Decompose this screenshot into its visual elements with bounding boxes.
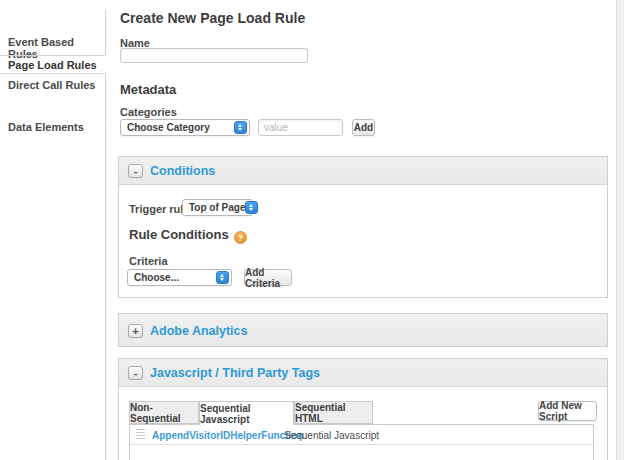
sidebar-divider xyxy=(105,73,106,460)
drag-handle-icon[interactable] xyxy=(136,429,145,441)
categories-label: Categories xyxy=(120,106,177,118)
tab-non-sequential[interactable]: Non-Sequential xyxy=(129,401,199,424)
script-row[interactable]: AppendVisitorIDHelperFunction Sequential… xyxy=(130,425,593,445)
sidebar-item-direct-call-rules[interactable]: Direct Call Rules xyxy=(8,79,100,91)
metadata-heading: Metadata xyxy=(120,82,176,97)
category-select-value: Choose Category xyxy=(127,122,210,133)
rule-conditions-text: Rule Conditions xyxy=(129,227,229,242)
trigger-rule-select[interactable]: Top of Page xyxy=(182,199,253,216)
category-value-input[interactable] xyxy=(258,119,343,136)
tab-sequential-javascript[interactable]: Sequential Javascript xyxy=(199,401,294,425)
trigger-rule-select-value: Top of Page xyxy=(189,202,245,213)
javascript-panel-header: - Javascript / Third Party Tags xyxy=(119,359,607,387)
select-stepper-icon xyxy=(216,271,229,284)
sidebar-item-divider xyxy=(0,73,106,74)
select-stepper-icon xyxy=(245,201,258,214)
sidebar-item-page-load-rules[interactable]: Page Load Rules xyxy=(8,59,100,71)
select-stepper-icon xyxy=(234,121,247,134)
adobe-analytics-panel: + Adobe Analytics xyxy=(118,313,608,347)
vertical-scrollbar[interactable] xyxy=(616,0,624,460)
category-select[interactable]: Choose Category xyxy=(120,119,250,136)
criteria-label: Criteria xyxy=(129,255,168,267)
conditions-panel-header: - Conditions xyxy=(119,157,607,185)
script-list: AppendVisitorIDHelperFunction Sequential… xyxy=(129,424,594,460)
sidebar-divider xyxy=(105,10,106,55)
add-new-script-button[interactable]: Add New Script xyxy=(538,401,597,421)
add-criteria-button[interactable]: Add Criteria xyxy=(244,269,292,286)
criteria-select[interactable]: Choose... xyxy=(127,269,232,286)
rule-conditions-heading: Rule Conditions? xyxy=(129,227,247,244)
sidebar-item-data-elements[interactable]: Data Elements xyxy=(8,121,100,133)
script-type-label: Sequential Javascript xyxy=(284,430,379,441)
page-title: Create New Page Load Rule xyxy=(120,10,305,26)
adobe-analytics-panel-title: Adobe Analytics xyxy=(150,324,247,338)
collapse-icon[interactable]: - xyxy=(128,366,143,380)
javascript-panel: - Javascript / Third Party Tags Non-Sequ… xyxy=(118,358,608,460)
page: Event Based Rules Page Load Rules Direct… xyxy=(0,0,624,460)
add-category-button[interactable]: Add xyxy=(352,119,375,136)
javascript-panel-title: Javascript / Third Party Tags xyxy=(150,366,320,380)
script-name-link[interactable]: AppendVisitorIDHelperFunction xyxy=(152,430,304,441)
conditions-panel-title: Conditions xyxy=(150,164,215,178)
sidebar-item-event-based-rules[interactable]: Event Based Rules xyxy=(8,36,100,60)
conditions-panel: - Conditions Trigger rule at Top of Page… xyxy=(118,156,608,298)
help-icon[interactable]: ? xyxy=(234,231,247,244)
tab-sequential-html[interactable]: Sequential HTML xyxy=(294,401,373,424)
expand-icon[interactable]: + xyxy=(128,324,143,338)
adobe-analytics-panel-header: + Adobe Analytics xyxy=(119,314,607,346)
sidebar-item-divider xyxy=(0,55,106,56)
name-input[interactable] xyxy=(120,48,308,63)
collapse-icon[interactable]: - xyxy=(128,164,143,178)
criteria-select-value: Choose... xyxy=(134,272,179,283)
